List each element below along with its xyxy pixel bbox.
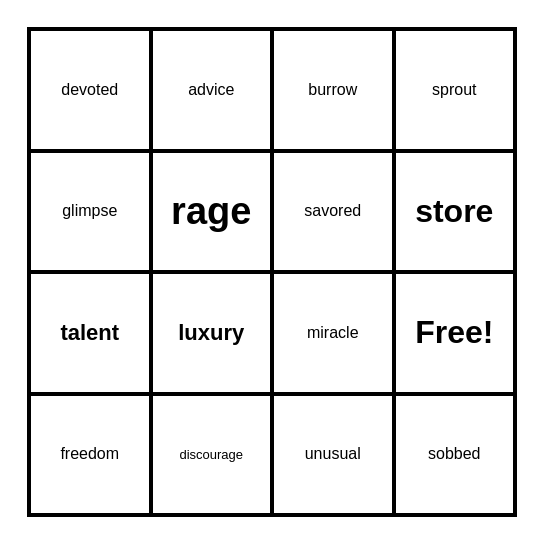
bingo-cell-text-0: devoted xyxy=(61,81,118,99)
bingo-cell-text-4: glimpse xyxy=(62,202,117,220)
bingo-cell-15: sobbed xyxy=(394,394,516,516)
bingo-cell-text-13: discourage xyxy=(179,447,243,462)
bingo-cell-14: unusual xyxy=(272,394,394,516)
bingo-cell-text-2: burrow xyxy=(308,81,357,99)
bingo-cell-7: store xyxy=(394,151,516,273)
bingo-cell-3: sprout xyxy=(394,29,516,151)
bingo-cell-text-11: Free! xyxy=(415,314,493,351)
bingo-cell-12: freedom xyxy=(29,394,151,516)
bingo-cell-text-5: rage xyxy=(171,190,251,233)
bingo-cell-text-8: talent xyxy=(60,320,119,346)
bingo-cell-13: discourage xyxy=(151,394,273,516)
bingo-cell-6: savored xyxy=(272,151,394,273)
bingo-cell-4: glimpse xyxy=(29,151,151,273)
bingo-card: devotedadviceburrowsproutglimpseragesavo… xyxy=(27,27,517,517)
bingo-cell-text-1: advice xyxy=(188,81,234,99)
bingo-cell-text-7: store xyxy=(415,193,493,230)
bingo-cell-text-12: freedom xyxy=(60,445,119,463)
bingo-cell-text-3: sprout xyxy=(432,81,476,99)
bingo-cell-text-15: sobbed xyxy=(428,445,481,463)
bingo-cell-2: burrow xyxy=(272,29,394,151)
bingo-cell-8: talent xyxy=(29,272,151,394)
bingo-cell-1: advice xyxy=(151,29,273,151)
bingo-cell-text-14: unusual xyxy=(305,445,361,463)
bingo-cell-0: devoted xyxy=(29,29,151,151)
bingo-cell-text-9: luxury xyxy=(178,320,244,346)
bingo-cell-text-6: savored xyxy=(304,202,361,220)
bingo-cell-10: miracle xyxy=(272,272,394,394)
bingo-cell-9: luxury xyxy=(151,272,273,394)
bingo-cell-text-10: miracle xyxy=(307,324,359,342)
bingo-cell-5: rage xyxy=(151,151,273,273)
bingo-cell-11: Free! xyxy=(394,272,516,394)
